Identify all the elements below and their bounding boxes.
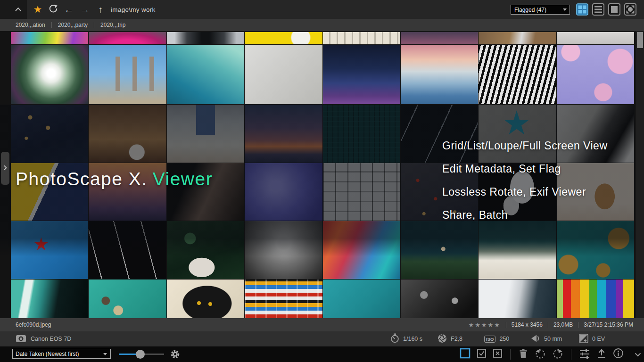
aperture-group: F2,8 [438,331,462,346]
info-button[interactable] [613,348,624,361]
filter-dropdown-value: Flagged (47) [514,7,546,13]
photo-thumbnail[interactable] [401,32,478,44]
up-folder-button[interactable]: ↑ [94,0,107,19]
photo-thumbnail[interactable] [401,105,478,163]
photo-thumbnail[interactable] [401,45,478,104]
tab-2020-party[interactable]: 2020,,,party [52,19,94,31]
filter-dropdown[interactable]: Flagged (47) [511,5,570,15]
sort-dropdown[interactable]: Date Taken (Newest first) [12,349,111,359]
aperture-value: F2,8 [451,336,462,342]
photo-thumbnail[interactable] [323,45,400,104]
iso-group: ISO 250 [484,331,509,346]
scrollbar-thumb[interactable] [637,32,643,48]
info-icon [613,348,624,361]
photo-thumbnail[interactable] [89,45,166,104]
photo-thumbnail[interactable] [89,221,166,279]
expand-panel-handle[interactable] [1,152,9,185]
photo-thumbnail[interactable] [167,280,244,318]
photo-thumbnail[interactable] [245,105,322,163]
photo-thumbnail[interactable] [245,280,322,318]
photo-thumbnail[interactable] [401,221,478,279]
fullscreen-view-button[interactable] [624,3,636,16]
photo-thumbnail[interactable] [11,105,88,163]
deselect-all-button[interactable] [493,348,503,360]
photo-thumbnail[interactable] [323,280,400,318]
photo-thumbnail[interactable] [557,45,634,104]
photo-thumbnail[interactable] [89,32,166,44]
photo-thumbnail[interactable] [245,163,322,221]
select-all-button[interactable] [477,348,487,360]
rotate-cw-button[interactable] [552,348,563,361]
photo-thumbnail[interactable] [323,32,400,44]
camera-icon [16,333,26,345]
iso-icon: ISO [484,336,495,343]
thumbnail-size-slider[interactable] [119,346,164,362]
collapse-toolbar-button[interactable] [9,0,27,19]
photo-thumbnail[interactable] [11,32,88,44]
delete-button[interactable] [518,348,528,361]
flag-star-button[interactable]: ★ [31,0,44,19]
breadcrumb[interactable]: image\my work [111,0,156,19]
sort-dropdown-value: Date Taken (Newest first) [16,351,79,357]
slider-knob[interactable] [136,350,145,359]
sliders-icon [579,348,590,361]
photo-thumbnail[interactable] [11,280,88,318]
tab-2020-ation[interactable]: 2020,,,ation [9,19,51,31]
photo-thumbnail[interactable] [557,32,634,44]
back-button[interactable]: ← [62,0,75,19]
photo-thumbnail[interactable] [245,45,322,104]
photo-thumbnail[interactable] [479,32,556,44]
photo-thumbnail[interactable] [479,221,556,279]
photo-thumbnail[interactable] [167,32,244,44]
toolbar-separator [571,349,571,360]
photo-thumbnail[interactable] [557,221,634,279]
photo-thumbnail[interactable] [167,45,244,104]
star-rating[interactable]: ★★★★★ [463,321,506,329]
photo-thumbnail[interactable] [167,105,244,163]
photo-thumbnail[interactable] [557,105,634,163]
share-export-button[interactable] [596,348,607,361]
photo-thumbnail[interactable] [11,221,88,279]
photo-thumbnail[interactable] [479,280,556,318]
rotate-ccw-icon [535,348,546,361]
stopwatch-icon [390,333,399,345]
rotate-ccw-button[interactable] [535,348,546,361]
exposure-value: 0 EV [592,336,605,342]
photo-thumbnail[interactable] [401,280,478,318]
photo-thumbnail[interactable] [323,163,400,221]
exposure-group: 0 EV [579,331,605,346]
photo-thumbnail[interactable] [245,221,322,279]
loupe-view-button[interactable] [608,3,620,16]
adjustments-button[interactable] [579,348,590,361]
loupe-view-icon [608,9,620,17]
settings-button[interactable] [170,349,180,361]
chevron-right-icon [3,164,7,173]
photo-thumbnail[interactable] [557,280,634,318]
photo-thumbnail[interactable] [167,221,244,279]
photo-thumbnail[interactable] [323,221,400,279]
photo-thumbnail[interactable] [479,45,556,104]
grid-view-button[interactable] [576,3,588,16]
forward-button[interactable]: → [78,0,91,19]
tab-2020-trip[interactable]: 2020,,,trip [94,19,132,31]
photo-thumbnail[interactable] [323,105,400,163]
bottom-right-tools [460,346,641,362]
chevron-down-icon [563,8,567,11]
focal-length-group: 50 mm [530,331,562,346]
collapse-bottom-bar-button[interactable] [635,350,641,359]
promo-feature-line: Share, Batch [442,209,508,222]
list-view-button[interactable] [592,3,604,16]
photo-thumbnail[interactable] [245,32,322,44]
refresh-button[interactable] [47,0,60,19]
vertical-scrollbar[interactable] [636,31,644,318]
selection-mode-button[interactable] [460,348,471,361]
promo-title: PhotoScape X.Viewer [16,169,213,189]
photo-thumbnail[interactable] [479,105,556,163]
status-bar: 6efc090d.jpeg ★★★★★ 5184 x 3456 23,0MB 3… [0,318,644,331]
photo-thumbnail[interactable] [89,280,166,318]
fullscreen-view-icon [624,9,636,17]
photo-grid-area: PhotoScape X.Viewer Grid/List/Loupe/Full… [0,31,644,318]
photo-thumbnail[interactable] [11,45,88,104]
photo-thumbnail[interactable] [89,105,166,163]
selected-filename: 6efc090d.jpeg [16,321,51,328]
